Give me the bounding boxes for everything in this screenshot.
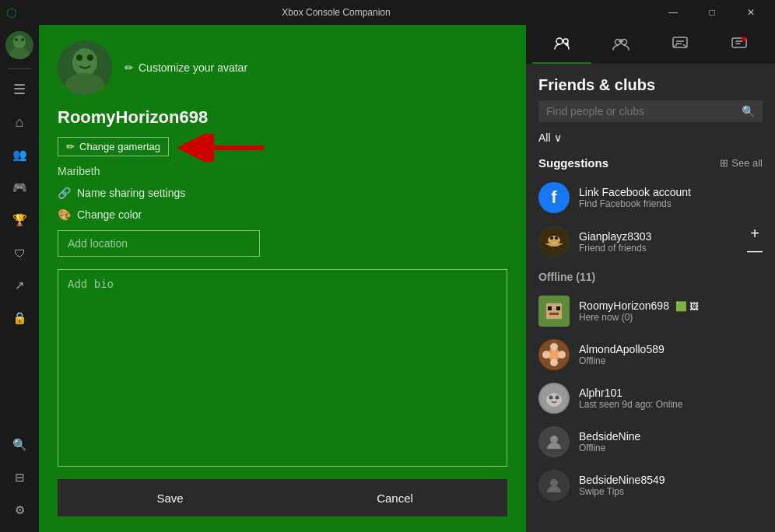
cancel-button[interactable]: Cancel — [282, 479, 507, 516]
nav-community[interactable]: 👥 — [4, 139, 35, 170]
list-item[interactable]: RoomyHorizon698 🟩 🖼 Here now (0) — [526, 289, 775, 333]
titlebar-controls: — □ ✕ — [655, 0, 769, 25]
sidebar-narrow: ☰ ⌂ 👥 🎮 🏆 🛡 ↗ 🔒 🔍 ⊟ ⚙ — [0, 25, 39, 532]
nav-trending[interactable]: ↗ — [4, 270, 35, 301]
almond-info: AlmondApollo589 Offline — [579, 343, 763, 366]
roomy-avatar — [538, 296, 570, 327]
big-avatar[interactable] — [58, 40, 112, 95]
color-label: Change color — [77, 208, 142, 221]
friend-sub: Last seen 9d ago: Online — [579, 399, 763, 410]
customize-label: Customize your avatar — [139, 61, 247, 74]
close-button[interactable]: ✕ — [733, 0, 769, 25]
friend-name: Gianplayz8303 — [579, 230, 738, 243]
grid-icon: ⊞ — [720, 157, 728, 169]
pencil-icon: ✏ — [124, 61, 134, 74]
customize-avatar-button[interactable]: ✏ Customize your avatar — [124, 61, 247, 74]
friend-sub: Find Facebook friends — [579, 198, 763, 209]
friend-sub: Here now (0) — [579, 312, 763, 323]
avatar-svg — [5, 31, 33, 59]
save-button[interactable]: Save — [58, 479, 282, 516]
filter-label: All — [538, 131, 551, 144]
titlebar: ⬡ Xbox Console Companion — □ ✕ — [0, 0, 775, 25]
name-sharing-label: Name sharing settings — [77, 187, 185, 199]
nav-gamepad[interactable]: 🎮 — [4, 172, 35, 203]
friend-sub: Offline — [579, 443, 763, 453]
friend-sub: Offline — [579, 355, 763, 366]
friends-scroll-area[interactable]: Suggestions ⊞ See all f Link Facebook ac… — [526, 150, 775, 532]
list-item[interactable]: BedsideNine8549 Swipe Tips — [526, 464, 775, 507]
gian-info: Gianplayz8303 Friend of friends — [579, 230, 738, 254]
user-avatar-small[interactable] — [5, 31, 33, 59]
roomy-info: RoomyHorizon698 🟩 🖼 Here now (0) — [579, 299, 763, 323]
svg-point-16 — [622, 40, 627, 45]
palette-icon: 🎨 — [58, 208, 71, 221]
svg-point-5 — [72, 48, 97, 76]
link-icon: 🔗 — [58, 187, 71, 199]
red-arrow-indicator — [178, 134, 272, 162]
list-item[interactable]: Gianplayz8303 Friend of friends + — — [526, 219, 775, 264]
friends-tab[interactable] — [532, 25, 591, 64]
eagle-icon — [540, 228, 568, 256]
minecraft-face — [540, 297, 568, 325]
friend-name: Link Facebook account — [579, 186, 763, 198]
list-item[interactable]: BedsideNine Offline — [526, 420, 775, 464]
list-item[interactable]: Alphr101 Last seen 9d ago: Online — [526, 376, 775, 420]
svg-rect-30 — [548, 306, 552, 310]
nav-devices[interactable]: ⊟ — [4, 462, 35, 493]
name-sharing-button[interactable]: 🔗 Name sharing settings — [58, 187, 507, 199]
search-bar: 🔍 — [538, 100, 763, 122]
messages-icon — [672, 35, 689, 52]
party-tab[interactable] — [591, 25, 651, 64]
nav-hamburger[interactable]: ☰ — [4, 74, 35, 105]
svg-point-0 — [13, 35, 26, 49]
gamertag-label: Change gamertag — [79, 141, 160, 152]
svg-point-43 — [556, 396, 559, 400]
list-item[interactable]: f Link Facebook account Find Facebook fr… — [526, 176, 775, 219]
friend-name: AlmondApollo589 — [579, 343, 763, 355]
friend-actions: + — — [747, 226, 763, 258]
nav-settings[interactable]: ⚙ — [4, 495, 35, 526]
real-name-display: Maribeth — [58, 165, 507, 177]
nav-home[interactable]: ⌂ — [4, 107, 35, 138]
search-input[interactable] — [546, 105, 742, 117]
bedside-info: BedsideNine Offline — [579, 430, 763, 453]
bedside2-avatar — [538, 470, 570, 501]
facebook-avatar: f — [538, 182, 570, 213]
svg-point-8 — [87, 54, 93, 61]
friend-sub: Swipe Tips — [579, 486, 763, 497]
messages-tab[interactable] — [651, 25, 710, 64]
nav-trophy[interactable]: 🏆 — [4, 205, 35, 236]
offline-section-header: Offline (11) — [526, 264, 775, 289]
flower-avatar — [540, 341, 568, 369]
nav-shield[interactable]: 🛡 — [4, 237, 35, 268]
gian-avatar — [538, 226, 570, 257]
add-friend-button[interactable]: + — [750, 226, 759, 241]
filter-row: All ∨ — [526, 128, 775, 150]
alphr-info: Alphr101 Last seen 9d ago: Online — [579, 387, 763, 410]
svg-point-39 — [550, 351, 558, 359]
main-layout: ☰ ⌂ 👥 🎮 🏆 🛡 ↗ 🔒 🔍 ⊟ ⚙ — [0, 25, 775, 532]
bio-textarea[interactable] — [58, 269, 507, 467]
filter-all-button[interactable]: All ∨ — [538, 131, 562, 144]
change-color-button[interactable]: 🎨 Change color — [58, 208, 507, 221]
svg-point-47 — [550, 479, 558, 487]
see-all-button[interactable]: ⊞ See all — [720, 157, 763, 169]
svg-point-3 — [21, 38, 24, 41]
nav-lock[interactable]: 🔒 — [4, 303, 35, 334]
svg-rect-32 — [549, 313, 559, 315]
friend-name: Alphr101 — [579, 387, 763, 399]
nav-search[interactable]: 🔍 — [4, 429, 35, 460]
remove-suggestion-button[interactable]: — — [747, 243, 763, 258]
minimize-button[interactable]: — — [655, 0, 691, 25]
list-item[interactable]: AlmondApollo589 Offline — [526, 333, 775, 376]
cat-avatar — [540, 384, 568, 412]
svg-rect-29 — [546, 303, 562, 319]
divider — [8, 68, 31, 69]
maximize-button[interactable]: □ — [694, 0, 730, 25]
notifications-tab[interactable] — [710, 25, 769, 64]
location-input[interactable] — [58, 230, 260, 257]
svg-point-46 — [550, 436, 558, 443]
profile-top: ✏ Customize your avatar — [58, 40, 507, 95]
change-gamertag-button[interactable]: ✏ Change gamertag — [58, 137, 169, 156]
svg-point-23 — [742, 37, 746, 41]
